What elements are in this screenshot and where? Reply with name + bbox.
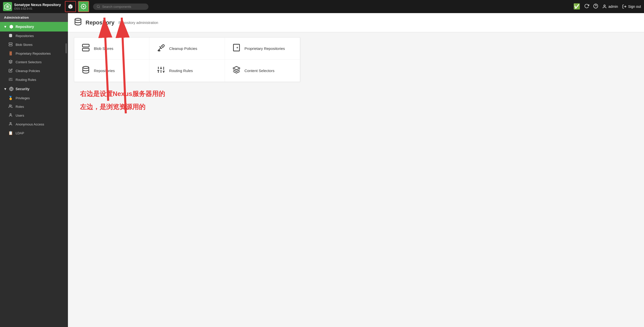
privileges-label: Privileges — [16, 96, 30, 100]
brand-name: Sonatype Nexus Repository — [14, 3, 61, 7]
layers-card-icon — [232, 66, 240, 74]
repositories-card-label: Repositories — [94, 69, 115, 73]
db-icon — [9, 34, 13, 38]
annotation-area: 右边是设置Nexus服务器用的 左边，是浏览资源用的 — [74, 82, 638, 118]
broom-icon — [157, 44, 165, 52]
blob-stores-card-icon — [81, 44, 90, 53]
sidebar-item-cleanup-policies[interactable]: Cleanup Policies — [0, 67, 68, 75]
sidebar-item-users[interactable]: Users — [0, 111, 68, 120]
signout-label: Sign out — [628, 5, 641, 9]
svg-point-6 — [97, 5, 99, 8]
repo-header-icon — [74, 18, 82, 26]
svg-point-10 — [604, 5, 605, 6]
signout-icon — [622, 4, 627, 9]
layers-icon — [9, 60, 13, 64]
brand: N Sonatype Nexus Repository OSS 3.52.0-0… — [3, 2, 61, 11]
anonymous-icon — [8, 122, 13, 127]
cleanup-policies-card-label: Cleanup Policies — [169, 46, 197, 51]
user-single-icon — [9, 113, 13, 117]
browse-button[interactable] — [65, 1, 76, 12]
svg-rect-33 — [83, 44, 89, 47]
sidebar-group-repository[interactable]: ▼ Repository — [0, 22, 68, 31]
sliders-icon — [9, 77, 13, 81]
cleanup-policies-label: Cleanup Policies — [16, 69, 40, 73]
refresh-svg — [584, 4, 589, 9]
svg-point-31 — [10, 122, 11, 124]
annotation-line1: 右边是设置Nexus服务器用的 — [80, 87, 632, 100]
box-icon — [68, 4, 73, 9]
status-icon[interactable]: ✅ — [573, 3, 580, 10]
content-header-icon — [74, 18, 82, 27]
svg-point-38 — [237, 47, 237, 48]
card-routing-rules[interactable]: Routing Rules — [149, 60, 225, 82]
svg-rect-13 — [9, 43, 12, 44]
security-icon — [9, 87, 14, 91]
card-proprietary-repos[interactable]: Proprietary Repositories — [225, 38, 300, 60]
content-selectors-icon — [8, 60, 13, 64]
sidebar-item-privileges[interactable]: 🏅 Privileges — [0, 94, 68, 102]
sidebar-item-blob-stores[interactable]: Blob Stores — [0, 40, 68, 49]
user-menu[interactable]: admin — [602, 4, 618, 9]
privileges-icon: 🏅 — [8, 96, 13, 100]
content-selectors-label: Content Selectors — [16, 60, 42, 64]
card-cleanup-policies[interactable]: Cleanup Policies — [149, 38, 225, 60]
refresh-icon[interactable] — [584, 4, 589, 10]
main-layout: Administration ▼ Repository Repositories — [0, 13, 644, 327]
card-blob-stores[interactable]: Blob Stores — [74, 38, 149, 60]
chevron-down-icon-security: ▼ — [4, 87, 7, 91]
proprietary-label: Proprietary Repositories — [16, 52, 51, 55]
signout-button[interactable]: Sign out — [622, 4, 641, 9]
blob-stores-card-label: Blob Stores — [94, 46, 113, 51]
repository-card-grid: Blob Stores Cleanup Policies — [74, 37, 300, 82]
repository-group-icon — [9, 24, 14, 29]
brand-version: OSS 3.52.0-01 — [14, 7, 61, 10]
search-input[interactable] — [102, 5, 142, 9]
svg-point-32 — [75, 18, 81, 20]
repositories-icon — [8, 34, 13, 38]
sidebar-item-proprietary-repos[interactable]: 🚪 Proprietary Repositories — [0, 49, 68, 58]
help-icon[interactable] — [593, 4, 598, 10]
routing-svg-icon — [157, 66, 165, 74]
svg-point-39 — [83, 67, 89, 69]
sidebar-item-roles[interactable]: Roles — [0, 102, 68, 111]
sidebar-item-content-selectors[interactable]: Content Selectors — [0, 58, 68, 67]
admin-button[interactable] — [78, 1, 89, 12]
ldap-label: LDAP — [16, 131, 24, 135]
users-icon — [9, 104, 13, 108]
routing-card-icon — [156, 66, 166, 76]
sidebar-item-routing-rules[interactable]: Routing Rules — [0, 75, 68, 84]
svg-rect-37 — [233, 44, 239, 51]
content-title: Repository — [86, 19, 114, 26]
sidebar-item-ldap[interactable]: 📋 LDAP — [0, 129, 68, 137]
anonymous-user-icon — [9, 122, 13, 126]
content-header: Repository Repository administration — [68, 13, 644, 32]
sidebar-item-anonymous-access[interactable]: Anonymous Access — [0, 120, 68, 129]
security-label: Security — [16, 87, 29, 91]
proprietary-icon: 🚪 — [8, 51, 13, 56]
anonymous-access-label: Anonymous Access — [16, 122, 44, 126]
search-bar[interactable] — [93, 4, 148, 10]
card-content-selectors[interactable]: Content Selectors — [225, 60, 300, 82]
users-label: Users — [16, 114, 24, 117]
svg-line-7 — [99, 7, 100, 8]
username-label: admin — [608, 5, 618, 9]
help-svg — [593, 4, 598, 9]
blob-stores-label: Blob Stores — [16, 43, 32, 47]
repositories-label: Repositories — [16, 34, 34, 38]
navbar: N Sonatype Nexus Repository OSS 3.52.0-0… — [0, 0, 644, 13]
sidebar-group-security[interactable]: ▼ Security — [0, 84, 68, 94]
sidebar-item-repositories[interactable]: Repositories — [0, 31, 68, 40]
blob-stores-icon — [8, 42, 13, 47]
chevron-down-icon: ▼ — [4, 25, 7, 29]
server-card-icon — [82, 44, 90, 52]
content-body: Blob Stores Cleanup Policies — [68, 32, 644, 123]
svg-marker-17 — [9, 60, 12, 62]
routing-icon — [8, 77, 13, 82]
svg-point-5 — [83, 6, 84, 7]
card-repositories[interactable]: Repositories — [74, 60, 149, 82]
sidebar-scrollbar[interactable] — [65, 43, 67, 53]
sidebar-repository-label: Repository — [16, 25, 34, 29]
svg-text:N: N — [7, 5, 8, 8]
content-area: Repository Repository administration — [68, 13, 644, 327]
content-selectors-card-icon — [232, 66, 241, 76]
